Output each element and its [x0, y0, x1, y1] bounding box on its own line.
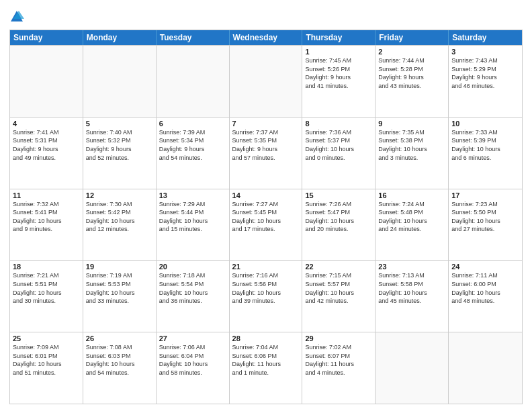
cal-cell-day-29: 29Sunrise: 7:02 AM Sunset: 6:07 PM Dayli… [302, 332, 375, 404]
day-info: Sunrise: 7:19 AM Sunset: 5:53 PM Dayligh… [86, 271, 153, 305]
cal-cell-day-1: 1Sunrise: 7:45 AM Sunset: 5:26 PM Daylig… [302, 46, 375, 117]
day-number: 9 [378, 120, 445, 128]
cal-cell-empty [157, 46, 230, 117]
cal-header-thursday: Thursday [302, 30, 375, 45]
cal-cell-day-2: 2Sunrise: 7:44 AM Sunset: 5:28 PM Daylig… [375, 46, 449, 117]
cal-cell-day-16: 16Sunrise: 7:24 AM Sunset: 5:48 PM Dayli… [375, 189, 449, 261]
cal-cell-empty [230, 46, 303, 117]
day-number: 7 [232, 120, 300, 128]
cal-week-2: 11Sunrise: 7:32 AM Sunset: 5:41 PM Dayli… [10, 189, 522, 261]
day-info: Sunrise: 7:18 AM Sunset: 5:54 PM Dayligh… [159, 271, 226, 305]
day-info: Sunrise: 7:43 AM Sunset: 5:29 PM Dayligh… [451, 56, 519, 90]
cal-cell-day-21: 21Sunrise: 7:16 AM Sunset: 5:56 PM Dayli… [230, 261, 303, 332]
cal-week-3: 18Sunrise: 7:21 AM Sunset: 5:51 PM Dayli… [10, 260, 522, 332]
cal-cell-day-28: 28Sunrise: 7:04 AM Sunset: 6:06 PM Dayli… [230, 332, 303, 404]
day-info: Sunrise: 7:33 AM Sunset: 5:39 PM Dayligh… [451, 128, 519, 162]
cal-header-saturday: Saturday [449, 30, 522, 45]
day-info: Sunrise: 7:21 AM Sunset: 5:51 PM Dayligh… [13, 271, 80, 305]
day-number: 26 [86, 334, 153, 342]
day-number: 25 [13, 334, 80, 342]
day-number: 28 [232, 334, 300, 342]
cal-cell-day-26: 26Sunrise: 7:08 AM Sunset: 6:03 PM Dayli… [83, 332, 157, 404]
day-info: Sunrise: 7:26 AM Sunset: 5:47 PM Dayligh… [305, 200, 372, 234]
day-info: Sunrise: 7:39 AM Sunset: 5:34 PM Dayligh… [159, 128, 226, 162]
cal-cell-day-20: 20Sunrise: 7:18 AM Sunset: 5:54 PM Dayli… [157, 261, 230, 332]
cal-cell-day-9: 9Sunrise: 7:35 AM Sunset: 5:38 PM Daylig… [375, 118, 449, 189]
day-info: Sunrise: 7:35 AM Sunset: 5:38 PM Dayligh… [378, 128, 445, 162]
day-number: 29 [305, 334, 372, 342]
cal-cell-day-10: 10Sunrise: 7:33 AM Sunset: 5:39 PM Dayli… [449, 118, 522, 189]
header [9, 7, 523, 24]
logo-icon [9, 9, 24, 24]
cal-cell-day-19: 19Sunrise: 7:19 AM Sunset: 5:53 PM Dayli… [83, 261, 157, 332]
day-info: Sunrise: 7:08 AM Sunset: 6:03 PM Dayligh… [86, 343, 153, 377]
day-number: 15 [305, 191, 372, 199]
cal-cell-day-8: 8Sunrise: 7:36 AM Sunset: 5:37 PM Daylig… [302, 118, 375, 189]
cal-cell-day-4: 4Sunrise: 7:41 AM Sunset: 5:31 PM Daylig… [10, 118, 83, 189]
day-number: 10 [451, 120, 519, 128]
day-number: 4 [13, 120, 80, 128]
day-number: 16 [378, 191, 445, 199]
day-info: Sunrise: 7:11 AM Sunset: 6:00 PM Dayligh… [451, 271, 519, 305]
cal-cell-empty [83, 46, 157, 117]
cal-header-sunday: Sunday [10, 30, 83, 45]
page: SundayMondayTuesdayWednesdayThursdayFrid… [0, 0, 532, 411]
day-info: Sunrise: 7:32 AM Sunset: 5:41 PM Dayligh… [13, 200, 80, 234]
cal-header-tuesday: Tuesday [157, 30, 230, 45]
calendar-header: SundayMondayTuesdayWednesdayThursdayFrid… [10, 30, 522, 45]
cal-cell-empty [10, 46, 83, 117]
day-info: Sunrise: 7:36 AM Sunset: 5:37 PM Dayligh… [305, 128, 372, 162]
cal-week-1: 4Sunrise: 7:41 AM Sunset: 5:31 PM Daylig… [10, 117, 522, 189]
cal-cell-day-25: 25Sunrise: 7:09 AM Sunset: 6:01 PM Dayli… [10, 332, 83, 404]
cal-header-monday: Monday [83, 30, 157, 45]
day-info: Sunrise: 7:41 AM Sunset: 5:31 PM Dayligh… [13, 128, 80, 162]
cal-cell-day-5: 5Sunrise: 7:40 AM Sunset: 5:32 PM Daylig… [83, 118, 157, 189]
calendar: SundayMondayTuesdayWednesdayThursdayFrid… [9, 30, 523, 404]
day-number: 12 [86, 191, 153, 199]
day-info: Sunrise: 7:27 AM Sunset: 5:45 PM Dayligh… [232, 200, 300, 234]
cal-cell-day-14: 14Sunrise: 7:27 AM Sunset: 5:45 PM Dayli… [230, 189, 303, 261]
day-number: 20 [159, 263, 226, 271]
day-number: 2 [378, 48, 445, 56]
cal-cell-day-23: 23Sunrise: 7:13 AM Sunset: 5:58 PM Dayli… [375, 261, 449, 332]
cal-week-0: 1Sunrise: 7:45 AM Sunset: 5:26 PM Daylig… [10, 45, 522, 117]
day-number: 17 [451, 191, 519, 199]
day-number: 14 [232, 191, 300, 199]
day-info: Sunrise: 7:37 AM Sunset: 5:35 PM Dayligh… [232, 128, 300, 162]
logo [9, 9, 26, 24]
cal-cell-day-13: 13Sunrise: 7:29 AM Sunset: 5:44 PM Dayli… [157, 189, 230, 261]
cal-cell-day-17: 17Sunrise: 7:23 AM Sunset: 5:50 PM Dayli… [449, 189, 522, 261]
day-number: 1 [305, 48, 372, 56]
day-number: 24 [451, 263, 519, 271]
day-info: Sunrise: 7:16 AM Sunset: 5:56 PM Dayligh… [232, 271, 300, 305]
day-info: Sunrise: 7:24 AM Sunset: 5:48 PM Dayligh… [378, 200, 445, 234]
cal-cell-day-6: 6Sunrise: 7:39 AM Sunset: 5:34 PM Daylig… [157, 118, 230, 189]
day-info: Sunrise: 7:30 AM Sunset: 5:42 PM Dayligh… [86, 200, 153, 234]
day-info: Sunrise: 7:04 AM Sunset: 6:06 PM Dayligh… [232, 343, 300, 377]
day-info: Sunrise: 7:23 AM Sunset: 5:50 PM Dayligh… [451, 200, 519, 234]
day-info: Sunrise: 7:02 AM Sunset: 6:07 PM Dayligh… [305, 343, 372, 377]
cal-cell-empty [375, 332, 449, 404]
day-number: 19 [86, 263, 153, 271]
day-info: Sunrise: 7:40 AM Sunset: 5:32 PM Dayligh… [86, 128, 153, 162]
cal-cell-day-22: 22Sunrise: 7:15 AM Sunset: 5:57 PM Dayli… [302, 261, 375, 332]
day-number: 5 [86, 120, 153, 128]
cal-cell-day-7: 7Sunrise: 7:37 AM Sunset: 5:35 PM Daylig… [230, 118, 303, 189]
day-number: 23 [378, 263, 445, 271]
calendar-body: 1Sunrise: 7:45 AM Sunset: 5:26 PM Daylig… [10, 45, 522, 404]
cal-cell-day-27: 27Sunrise: 7:06 AM Sunset: 6:04 PM Dayli… [157, 332, 230, 404]
day-number: 22 [305, 263, 372, 271]
cal-cell-day-11: 11Sunrise: 7:32 AM Sunset: 5:41 PM Dayli… [10, 189, 83, 261]
day-number: 18 [13, 263, 80, 271]
cal-cell-day-18: 18Sunrise: 7:21 AM Sunset: 5:51 PM Dayli… [10, 261, 83, 332]
cal-week-4: 25Sunrise: 7:09 AM Sunset: 6:01 PM Dayli… [10, 332, 522, 404]
cal-cell-empty [449, 332, 522, 404]
day-number: 3 [451, 48, 519, 56]
day-number: 13 [159, 191, 226, 199]
cal-header-wednesday: Wednesday [230, 30, 303, 45]
day-info: Sunrise: 7:06 AM Sunset: 6:04 PM Dayligh… [159, 343, 226, 377]
day-number: 8 [305, 120, 372, 128]
cal-cell-day-15: 15Sunrise: 7:26 AM Sunset: 5:47 PM Dayli… [302, 189, 375, 261]
cal-cell-day-12: 12Sunrise: 7:30 AM Sunset: 5:42 PM Dayli… [83, 189, 157, 261]
day-number: 11 [13, 191, 80, 199]
